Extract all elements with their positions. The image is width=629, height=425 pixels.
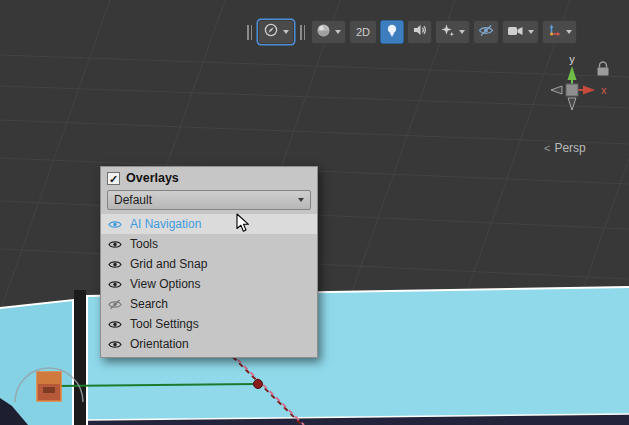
- eye-slash-icon[interactable]: [108, 299, 123, 310]
- menu-item-label: Search: [130, 297, 310, 311]
- camera-settings-button[interactable]: [502, 20, 539, 44]
- overlays-toggle-button[interactable]: [258, 20, 294, 44]
- orientation-gizmo[interactable]: y x: [538, 50, 624, 120]
- sparkle-icon: [440, 23, 455, 42]
- chevron-down-icon: [459, 30, 465, 34]
- overlay-drag-handle[interactable]: [246, 25, 253, 40]
- scene-audio-toggle-button[interactable]: [407, 20, 432, 44]
- overlays-checkbox[interactable]: ✓: [107, 172, 120, 185]
- lightbulb-icon: [385, 23, 399, 42]
- axis-y-cone[interactable]: [568, 66, 577, 80]
- lock-icon[interactable]: [598, 62, 609, 76]
- axis-neg-cone-left[interactable]: [551, 86, 562, 94]
- scene-lighting-toggle-button[interactable]: [380, 20, 404, 44]
- 2d-view-toggle-button[interactable]: 2D: [349, 20, 377, 44]
- persp-text: Persp: [554, 141, 585, 155]
- menu-item-label: AI Navigation: [130, 217, 310, 231]
- scene-visibility-toggle-button[interactable]: [473, 20, 499, 44]
- overlays-menu-item-tools[interactable]: Tools: [101, 234, 317, 254]
- overlays-menu-item-view-options[interactable]: View Options: [101, 274, 317, 294]
- camera-icon: [507, 23, 524, 41]
- eye-icon[interactable]: [108, 219, 123, 230]
- menu-item-label: Tool Settings: [130, 317, 310, 331]
- overlays-menu-item-grid-and-snap[interactable]: Grid and Snap: [101, 254, 317, 274]
- preset-value: Default: [114, 193, 152, 207]
- axis-y-label: y: [569, 53, 575, 65]
- eye-icon[interactable]: [108, 279, 123, 290]
- overlays-menu: ✓ Overlays Default AI Navigation Tools G…: [100, 166, 318, 358]
- chevron-down-icon: [283, 30, 289, 34]
- gizmo-center-cube[interactable]: [566, 84, 578, 96]
- chevron-down-icon: [528, 30, 534, 34]
- 2d-label: 2D: [354, 26, 372, 38]
- overlays-menu-item-orientation[interactable]: Orientation: [101, 334, 317, 354]
- axis-x-label: x: [601, 84, 607, 96]
- waypoint-dot: [254, 380, 263, 389]
- mouse-cursor: [236, 213, 252, 233]
- axis-neg-cone-down[interactable]: [568, 98, 576, 110]
- overlays-menu-item-ai-navigation[interactable]: AI Navigation: [101, 214, 317, 234]
- wall-gap: [74, 290, 86, 425]
- gizmos-toggle-button[interactable]: [542, 20, 577, 44]
- eye-slash-icon: [478, 23, 494, 41]
- draw-mode-button[interactable]: [311, 20, 346, 44]
- axis-x-cone[interactable]: [583, 86, 595, 95]
- menu-item-label: Grid and Snap: [130, 257, 310, 271]
- unity-scene-view: 2D: [0, 0, 629, 425]
- eye-icon[interactable]: [108, 339, 123, 350]
- overlays-menu-header: ✓ Overlays: [101, 167, 317, 188]
- shaded-sphere-icon: [316, 23, 331, 42]
- menu-item-label: Tools: [130, 237, 310, 251]
- move-gizmo-icon: [547, 23, 562, 42]
- menu-item-label: Orientation: [130, 337, 310, 351]
- chevron-down-icon: [298, 198, 304, 202]
- chevron-down-icon: [335, 30, 341, 34]
- eye-icon[interactable]: [108, 319, 123, 330]
- speaker-icon: [412, 23, 427, 41]
- overlay-drag-handle[interactable]: [299, 25, 306, 40]
- eye-icon[interactable]: [108, 239, 123, 250]
- menu-item-label: View Options: [130, 277, 310, 291]
- chevron-left-icon: <: [544, 142, 550, 154]
- agent-box[interactable]: [37, 372, 61, 401]
- overlays-menu-title: Overlays: [126, 171, 179, 185]
- eye-icon[interactable]: [108, 259, 123, 270]
- projection-mode-label[interactable]: < Persp: [544, 141, 586, 155]
- overlays-preset-dropdown[interactable]: Default: [107, 190, 311, 210]
- overlays-menu-item-search[interactable]: Search: [101, 294, 317, 314]
- scene-toolbar: 2D: [244, 19, 577, 45]
- compass-icon: [263, 22, 279, 42]
- chevron-down-icon: [566, 30, 572, 34]
- overlays-menu-item-tool-settings[interactable]: Tool Settings: [101, 314, 317, 334]
- scene-effects-toggle-button[interactable]: [435, 20, 470, 44]
